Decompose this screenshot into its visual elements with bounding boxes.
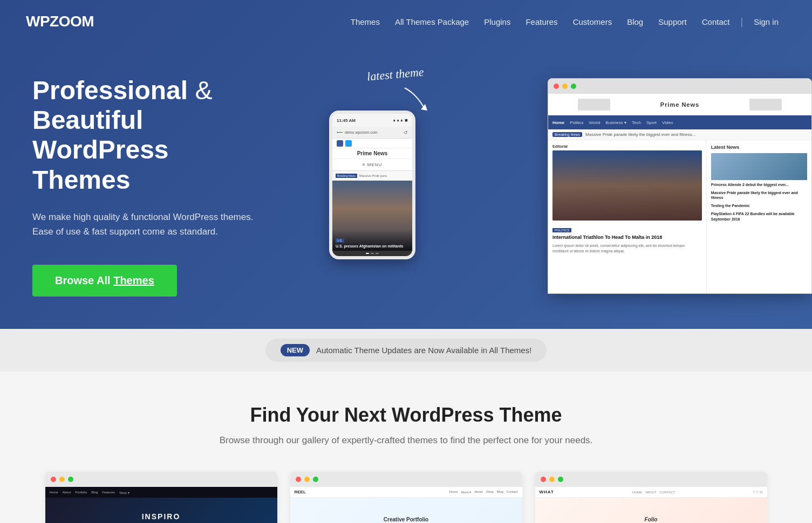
dot-green-1 [68,477,73,482]
mock-site-title-top: Prime News [660,101,699,108]
hero-section: Professional & Beautiful WordPress Theme… [0,0,812,329]
dot-green-3 [558,477,563,482]
desktop-content: Prime News Home Politics World Business … [548,94,811,293]
mobile-url-bar: ⟵ demo.wpzoom.com ↺ [332,127,412,139]
cta-underline: Themes [113,274,154,286]
mobile-menu-text: ≡ MENU [363,162,382,167]
theme-2-header: REEL Home Work ▾ About Shop Blog Contact [290,487,522,498]
mobile-breaking-text: Massive Pride para [359,174,387,177]
t3-nav-home: HOME [632,491,642,494]
dot-red-1 [51,477,56,482]
slide-dot-2 [371,253,374,254]
t2-nav-contact: Contact [507,490,518,494]
dot-red-3 [541,477,546,482]
mobile-breaking-badge: Breaking News [336,174,357,178]
themes-section-subtitle: Browse through our gallery of expertly-c… [22,435,790,446]
theme-grid: Home About Portfolio Blog Features Shop … [22,472,790,523]
dot-red [554,84,559,89]
mock-side-item-2: Massive Pride parade likely the biggest … [711,190,807,200]
mock-nav-world: World [589,120,601,125]
nav-item-contact[interactable]: Contact [694,17,738,26]
mock-article-title: International Triathlon To Head To Malta… [552,235,702,241]
mock-top-img-1 [578,99,610,111]
theme-2-nav: Home Work ▾ About Shop Blog Contact [449,490,518,494]
cta-prefix: Browse All [55,274,113,286]
t2-nav-work: Work ▾ [461,490,472,494]
t3-nav-contact: CONTACT [660,491,675,494]
theme-preview-reel: REEL Home Work ▾ About Shop Blog Contact… [290,487,522,523]
header: WPZOOM Themes All Themes Package Plugins… [0,0,812,43]
slide-dot-3 [376,253,379,254]
theme-3-hero-text: Folio [645,517,658,522]
mock-latest-news-title: Latest News [711,144,807,150]
mock-side-item-title-4: PlayStation 4 FIFA 22 Bundles will be av… [711,211,807,221]
t2-nav-shop: Shop [486,490,494,494]
mobile-notch: 11:45 AM ▲▲▲ ◼ [332,114,412,127]
nav-item-customers[interactable]: Customers [565,17,620,26]
latest-theme-label: latest theme [366,65,425,84]
theme-card-inspiro[interactable]: Home About Portfolio Blog Features Shop … [45,472,277,523]
theme-3-nav: HOME ABOUT CONTACT [632,491,675,494]
theme-preview-folio: WHAT HOME ABOUT CONTACT f t in Folio [535,487,767,523]
announcement-text: Automatic Theme Updates are Now Availabl… [316,346,531,355]
theme-card-bar-3 [535,472,767,487]
nav-item-features[interactable]: Features [518,17,565,26]
logo[interactable]: WPZOOM [26,13,94,30]
mock-side-item-title-1: Princess Allende 2 debut the biggest eve… [711,182,807,187]
mobile-social-bar [332,139,412,148]
browse-themes-button[interactable]: Browse All Themes [32,265,177,297]
mock-side-item-3: Testing the Pandemic [711,203,807,208]
mobile-hero-img: U.S. U.S. presses Afghanistan on militan… [332,181,412,251]
desktop-bar [548,79,811,94]
nav-item-support[interactable]: Support [651,17,694,26]
nav-item-blog[interactable]: Blog [619,17,651,26]
mock-nav-bar: Home Politics World Business ▾ Tech Spor… [548,115,811,129]
mobile-hero-badge: U.S. [336,238,344,243]
mock-nav-business: Business ▾ [605,120,626,125]
mobile-menu-button[interactable]: ≡ MENU [332,159,412,171]
facebook-icon [337,140,343,147]
mock-nav-sport: Sport [646,120,657,125]
hero-content: Professional & Beautiful WordPress Theme… [0,43,302,329]
hero-title-line2: WordPress Themes [32,135,169,194]
nav-item-all-themes[interactable]: All Themes Package [387,17,476,26]
mock-nav-home: Home [552,120,564,125]
mobile-url-text: demo.wpzoom.com [345,130,378,134]
slide-dot-1 [366,253,369,254]
t1-nav-about: About [63,491,71,494]
theme-3-logo-text: WHAT [540,490,554,494]
hero-title-bold2: Beautiful [32,106,143,134]
mobile-hero-overlay: U.S. U.S. presses Afghanistan on militan… [332,230,412,251]
mock-main-left: Editorial POLITICS International Triathl… [548,140,706,293]
theme-1-hero: INSPIRO [45,498,277,523]
dot-yellow [562,84,568,89]
mock-nav-politics: Politics [570,120,583,125]
theme-3-hero: Folio [535,498,767,523]
t1-nav-features: Features [102,491,115,494]
mock-article-text: Lorem ipsum dolor sit amet, consectetur … [552,243,702,254]
mock-featured-badge: POLITICS [552,228,571,232]
hero-images: latest theme Prime News H [302,51,812,321]
mock-photo [552,150,702,221]
navigation: Themes All Themes Package Plugins Featur… [343,16,786,27]
arrow-icon [399,82,432,115]
mock-top-bar: Prime News [548,94,811,115]
theme-card-reel[interactable]: REEL Home Work ▾ About Shop Blog Contact… [290,472,522,523]
mobile-time: 11:45 AM [337,118,356,123]
nav-item-plugins[interactable]: Plugins [476,17,518,26]
mock-breaking-text: Massive Pride parade likely the biggest … [585,132,695,137]
theme-card-folio[interactable]: WHAT HOME ABOUT CONTACT f t in Folio [535,472,767,523]
signin-link[interactable]: Sign in [746,17,786,26]
theme-2-hero-text: Creative Portfolio [384,517,428,522]
nav-divider: | [737,16,746,27]
mobile-hero-title: U.S. presses Afghanistan on militants [336,244,409,249]
mobile-status: ▲▲▲ ◼ [392,118,408,122]
t1-nav-home: Home [50,491,58,494]
announcement-inner[interactable]: NEW Automatic Theme Updates are Now Avai… [265,339,547,362]
nav-item-themes[interactable]: Themes [343,17,387,26]
themes-section-title: Find Your Next WordPress Theme [22,404,790,426]
mock-side-item-title-3: Testing the Pandemic [711,203,807,208]
mock-side-item-1: Princess Allende 2 debut the biggest eve… [711,153,807,187]
mock-breaking-badge: Breaking News [552,132,582,137]
dot-yellow-3 [549,477,555,482]
